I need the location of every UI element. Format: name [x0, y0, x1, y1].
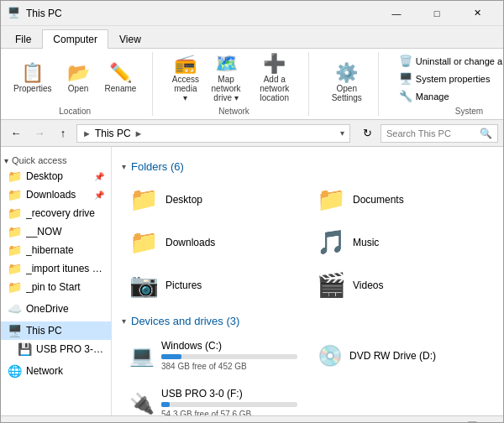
drive-item-d[interactable]: 💿 DVD RW Drive (D:)	[310, 334, 493, 377]
manage-button[interactable]: 🔧 Manage	[396, 88, 504, 104]
sidebar-item-itunes[interactable]: 📁 _import itunes gro	[1, 259, 111, 278]
uninstall-button[interactable]: 🗑️ Uninstall or change a program	[396, 53, 504, 69]
folders-chevron[interactable]: ▾	[122, 162, 126, 171]
tab-view[interactable]: View	[108, 29, 152, 49]
system-properties-button[interactable]: 🖥️ System properties	[396, 70, 504, 86]
windows-drive-bar-fill	[161, 354, 181, 359]
sidebar-item-recovery[interactable]: 📁 _recovery drive	[1, 204, 111, 222]
window-controls: — □ ✕	[377, 1, 496, 26]
ribbon-group-settings-items: ⚙️ OpenSettings	[326, 52, 368, 114]
search-icon: 🔍	[480, 128, 492, 139]
ribbon-group-network-items: 📻 Accessmedia ▾ 🗺️ Map networkdrive ▾ ➕ …	[170, 52, 297, 105]
sidebar-section-this-pc: 🖥️ This PC 💾 USB PRO 3-0 (F:)	[1, 320, 111, 360]
sidebar-item-now[interactable]: 📁 __NOW	[1, 222, 111, 241]
ribbon-tab-bar: File Computer View	[1, 26, 503, 48]
sidebar-item-network[interactable]: 🌐 Network	[1, 362, 111, 380]
sidebar-item-hibernate[interactable]: 📁 _hibernate	[1, 241, 111, 259]
access-media-label: Accessmedia ▾	[172, 75, 199, 102]
network-group-label: Network	[218, 107, 249, 116]
add-network-button[interactable]: ➕ Add a networklocation	[251, 52, 298, 105]
refresh-button[interactable]: ↻	[357, 123, 377, 144]
sidebar-item-downloads[interactable]: 📁 Downloads 📌	[1, 185, 111, 204]
drive-item-c[interactable]: 💻 Windows (C:) 384 GB free of 452 GB	[122, 334, 305, 377]
documents-folder-name: Documents	[353, 194, 404, 206]
up-button[interactable]: ↑	[53, 123, 73, 144]
add-network-icon: ➕	[263, 55, 286, 73]
open-icon: 📂	[67, 64, 90, 82]
open-button[interactable]: 📂 Open	[61, 61, 96, 96]
forward-button[interactable]: →	[29, 123, 50, 144]
hibernate-folder-icon: 📁	[8, 243, 21, 257]
sidebar-item-onedrive[interactable]: ☁️ OneDrive	[1, 300, 111, 318]
downloads-folder-icon: 📁	[8, 188, 21, 201]
folder-item-desktop[interactable]: 📁 Desktop	[122, 180, 306, 219]
location-group-label: Location	[59, 107, 91, 116]
map-network-label: Map networkdrive ▾	[210, 75, 241, 102]
settings-label: OpenSettings	[332, 84, 362, 102]
search-box[interactable]: 🔍	[381, 124, 498, 143]
open-settings-button[interactable]: ⚙️ OpenSettings	[326, 61, 368, 105]
system-properties-label: System properties	[416, 74, 491, 84]
tab-file[interactable]: File	[4, 29, 42, 49]
address-dropdown-icon[interactable]: ▾	[340, 128, 344, 138]
sidebar-item-usb[interactable]: 💾 USB PRO 3-0 (F:)	[1, 340, 111, 358]
address-input[interactable]: ► This PC ► ▾	[76, 124, 350, 143]
properties-button[interactable]: 📋 Properties	[8, 61, 58, 96]
system-side-buttons: 🗑️ Uninstall or change a program 🖥️ Syst…	[396, 53, 504, 104]
sidebar-section-network: 🌐 Network	[1, 360, 111, 382]
folder-item-downloads[interactable]: 📁 Downloads	[122, 222, 306, 262]
sidebar-item-pin-start[interactable]: 📁 _pin to Start	[1, 278, 111, 296]
onedrive-icon: ☁️	[8, 302, 21, 316]
recovery-label: _recovery drive	[26, 207, 104, 219]
desktop-label: Desktop	[26, 170, 94, 182]
downloads-pin-icon: 📌	[94, 191, 104, 200]
sidebar-quick-access-header[interactable]: ▾ Quick access	[1, 152, 111, 167]
folder-item-videos[interactable]: 🎬 Videos	[309, 265, 493, 305]
folder-item-documents[interactable]: 📁 Documents	[309, 180, 493, 219]
drives-chevron[interactable]: ▾	[122, 316, 126, 326]
desktop-pin-icon: 📌	[94, 172, 104, 181]
access-media-button[interactable]: 📻 Accessmedia ▾	[170, 52, 201, 105]
map-network-button[interactable]: 🗺️ Map networkdrive ▾	[204, 52, 247, 105]
recovery-folder-icon: 📁	[8, 206, 21, 220]
drive-item-f[interactable]: 🔌 USB PRO 3-0 (F:) 54.3 GB free of 57.6 …	[122, 382, 305, 415]
status-view-controls: ☰ ⊞	[465, 418, 496, 424]
sidebar-item-desktop[interactable]: 📁 Desktop 📌	[1, 167, 111, 185]
access-media-icon: 📻	[174, 55, 197, 73]
tab-computer[interactable]: Computer	[42, 29, 108, 49]
minimize-button[interactable]: —	[377, 1, 416, 26]
dvd-drive-info: DVD RW Drive (D:)	[349, 350, 486, 362]
open-label: Open	[68, 84, 88, 93]
search-input[interactable]	[386, 128, 480, 138]
map-network-icon: 🗺️	[215, 55, 238, 73]
folder-item-music[interactable]: 🎵 Music	[309, 222, 493, 262]
usb-drive-meta: 54.3 GB free of 57.6 GB	[161, 410, 297, 415]
title-bar: 🖥️ This PC — □ ✕	[1, 1, 503, 26]
windows-drive-bar-bg	[161, 354, 297, 359]
quick-access-chevron: ▾	[4, 156, 8, 165]
rename-button[interactable]: ✏️ Rename	[99, 61, 143, 96]
videos-folder-name: Videos	[353, 279, 383, 291]
drives-grid: 💻 Windows (C:) 384 GB free of 452 GB 💿 D…	[122, 334, 493, 415]
grid-view-button[interactable]: ⊞	[483, 418, 496, 424]
main-area: ▾ Quick access 📁 Desktop 📌 📁 Downloads 📌…	[1, 147, 503, 415]
sidebar-item-this-pc[interactable]: 🖥️ This PC	[1, 321, 111, 340]
uninstall-label: Uninstall or change a program	[416, 56, 504, 66]
videos-icon: 🎬	[317, 271, 346, 299]
ribbon-content: 📋 Properties 📂 Open ✏️ Rename Location 📻	[1, 48, 503, 119]
folder-item-pictures[interactable]: 📷 Pictures	[122, 265, 306, 305]
pin-start-label: _pin to Start	[26, 281, 104, 293]
list-view-button[interactable]: ☰	[465, 418, 480, 424]
ribbon-group-network: 📻 Accessmedia ▾ 🗺️ Map networkdrive ▾ ➕ …	[170, 52, 308, 116]
ribbon: File Computer View 📋 Properties 📂 Open ✏…	[1, 26, 503, 120]
this-pc-label: This PC	[26, 325, 104, 337]
usb-drive-info: USB PRO 3-0 (F:) 54.3 GB free of 57.6 GB	[161, 388, 297, 415]
pictures-folder-name: Pictures	[165, 279, 202, 291]
window-icon: 🖥️	[8, 7, 21, 20]
breadcrumb-arrow: ►	[82, 128, 92, 138]
maximize-button[interactable]: □	[417, 1, 456, 26]
back-button[interactable]: ←	[6, 123, 26, 144]
ribbon-group-location-items: 📋 Properties 📂 Open ✏️ Rename	[8, 52, 142, 105]
close-button[interactable]: ✕	[458, 1, 496, 26]
network-icon: 🌐	[8, 364, 21, 378]
